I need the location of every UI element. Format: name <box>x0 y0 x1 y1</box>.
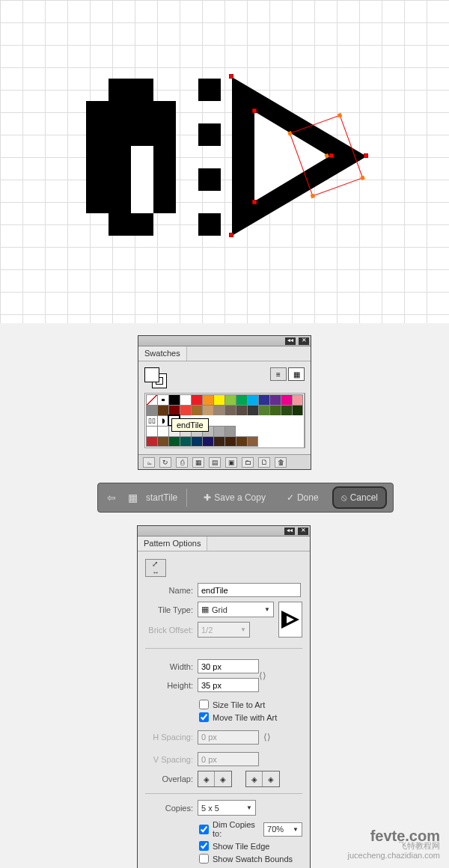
back-arrow-icon[interactable]: ⇦ <box>104 490 119 505</box>
shape-dash[interactable] <box>198 213 221 236</box>
pattern-swatch[interactable]: ▯▯ <box>146 415 157 426</box>
size-tile-checkbox[interactable]: Size Tile to Art <box>199 700 302 709</box>
color-swatch[interactable] <box>236 436 247 447</box>
show-tile-edge-checkbox[interactable]: Show Tile Edge <box>199 841 302 851</box>
save-copy-button[interactable]: ✚ Save a Copy <box>196 488 273 507</box>
color-swatch[interactable] <box>202 405 213 415</box>
overlap-bottom-button[interactable]: ◈ <box>263 771 279 786</box>
pattern-swatch[interactable]: ◗ <box>157 415 168 426</box>
done-button[interactable]: ✓ Done <box>279 488 326 507</box>
color-swatch[interactable] <box>247 436 258 447</box>
shape-dash[interactable] <box>198 123 221 146</box>
checkbox[interactable] <box>199 712 209 722</box>
selection-handle[interactable] <box>287 131 292 135</box>
panel-menu-icon[interactable]: ◂◂ <box>284 528 295 535</box>
list-view-button[interactable]: ≡ <box>270 367 287 381</box>
color-swatch[interactable] <box>224 436 236 447</box>
color-swatch[interactable] <box>202 436 213 447</box>
fill-stroke-indicator[interactable] <box>144 367 168 388</box>
color-swatch[interactable] <box>281 394 292 405</box>
dim-percent-select[interactable]: 70% ▼ <box>263 822 302 837</box>
color-swatch[interactable] <box>168 436 180 447</box>
color-swatch[interactable] <box>180 394 191 405</box>
color-swatch[interactable] <box>258 394 269 405</box>
grid-view-button[interactable]: ▦ <box>288 367 305 381</box>
footer-icon[interactable]: ↻ <box>159 457 171 468</box>
registration-swatch[interactable] <box>157 394 168 405</box>
color-swatch[interactable] <box>157 436 168 447</box>
color-swatch[interactable] <box>258 405 269 415</box>
color-swatch[interactable] <box>292 405 303 415</box>
shape-rect[interactable] <box>109 79 153 101</box>
tile-edge-tool[interactable]: ⤢↔ <box>145 559 166 577</box>
color-swatch[interactable] <box>292 394 303 405</box>
height-input[interactable] <box>198 678 259 692</box>
shape-rect[interactable] <box>86 101 176 213</box>
name-input[interactable] <box>198 583 301 597</box>
color-swatch[interactable] <box>180 405 191 415</box>
color-swatch[interactable] <box>157 426 168 436</box>
panel-close-icon[interactable]: ✕ <box>298 528 308 535</box>
color-swatch[interactable] <box>202 394 213 405</box>
shape-dash[interactable] <box>198 168 221 191</box>
scrollbar[interactable] <box>305 393 305 448</box>
footer-icon[interactable]: ⎙ <box>176 457 188 468</box>
move-tile-checkbox[interactable]: Move Tile with Art <box>199 712 302 722</box>
none-swatch[interactable] <box>146 394 157 405</box>
footer-icon[interactable]: 🗑 <box>275 457 287 468</box>
footer-icon[interactable]: ⎁ <box>143 457 155 468</box>
canvas-artboard[interactable] <box>0 0 449 323</box>
checkbox[interactable] <box>199 841 209 851</box>
color-swatch[interactable] <box>224 426 236 436</box>
color-swatch[interactable] <box>157 405 168 415</box>
dim-copies-checkbox[interactable]: Dim Copies to: 70% ▼ <box>199 820 302 838</box>
fill-swatch[interactable] <box>144 367 159 382</box>
checkbox[interactable] <box>199 700 209 709</box>
color-swatch[interactable] <box>146 405 157 415</box>
anchor-point[interactable] <box>252 200 257 204</box>
shape-dash[interactable] <box>198 79 221 101</box>
color-swatch[interactable] <box>224 405 236 415</box>
checkbox[interactable] <box>199 825 209 834</box>
footer-icon[interactable]: ▣ <box>225 457 237 468</box>
color-swatch[interactable] <box>269 394 281 405</box>
color-swatch[interactable] <box>213 436 224 447</box>
color-swatch[interactable] <box>191 394 202 405</box>
panel-close-icon[interactable]: ✕ <box>299 337 309 345</box>
anchor-point[interactable] <box>229 74 233 79</box>
color-swatch[interactable] <box>191 405 202 415</box>
checkbox[interactable] <box>199 854 209 864</box>
color-swatch[interactable] <box>236 405 247 415</box>
color-swatch[interactable] <box>213 426 224 436</box>
color-swatch[interactable] <box>180 436 191 447</box>
overlap-top-button[interactable]: ◈ <box>246 771 263 786</box>
tiletype-select[interactable]: ▦ Grid ▼ <box>198 602 274 617</box>
anchor-point[interactable] <box>364 153 368 158</box>
footer-icon[interactable]: ▤ <box>209 457 221 468</box>
overlap-right-button[interactable]: ◈ <box>215 771 231 786</box>
tab-pattern-options[interactable]: Pattern Options <box>138 537 207 551</box>
color-swatch[interactable] <box>191 436 202 447</box>
color-swatch[interactable] <box>224 394 236 405</box>
selection-handle[interactable] <box>324 153 329 158</box>
show-swatch-bounds-checkbox[interactable]: Show Swatch Bounds <box>199 854 302 864</box>
footer-icon[interactable]: 🗋 <box>258 457 270 468</box>
footer-icon[interactable]: 🗀 <box>242 457 254 468</box>
overlap-left-button[interactable]: ◈ <box>198 771 215 786</box>
color-swatch[interactable] <box>168 394 180 405</box>
anchor-point[interactable] <box>252 109 257 113</box>
color-swatch[interactable] <box>146 436 157 447</box>
copies-select[interactable]: 5 x 5 ▼ <box>198 800 256 816</box>
cancel-button[interactable]: ⦸ Cancel <box>332 486 387 509</box>
color-swatch[interactable] <box>236 394 247 405</box>
panel-menu-icon[interactable]: ◂◂ <box>285 337 296 345</box>
width-input[interactable] <box>198 659 259 673</box>
color-swatch[interactable] <box>168 405 180 415</box>
color-swatch[interactable] <box>269 405 281 415</box>
link-dimensions-icon[interactable]: ⟨⟩ <box>259 665 271 686</box>
color-swatch[interactable] <box>247 405 258 415</box>
tab-swatches[interactable]: Swatches <box>138 346 187 361</box>
anchor-point[interactable] <box>229 233 233 237</box>
shape-rect[interactable] <box>109 213 153 236</box>
footer-icon[interactable]: ▦ <box>192 457 204 468</box>
